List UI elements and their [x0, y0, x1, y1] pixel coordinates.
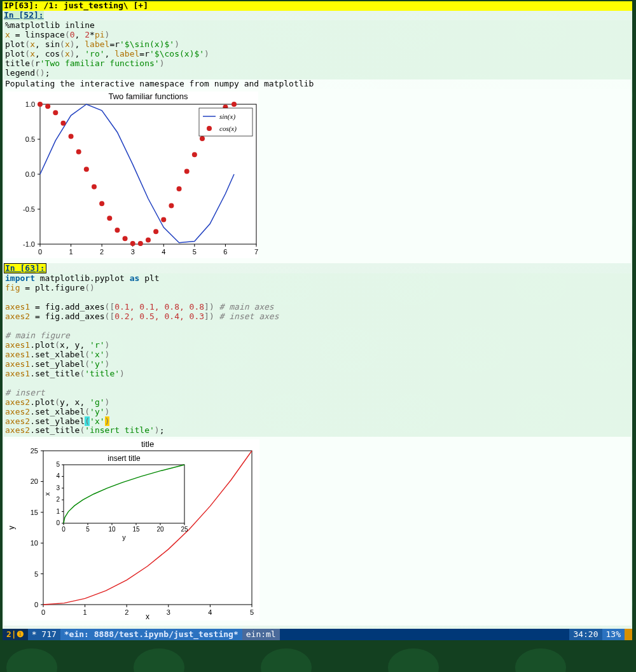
- title-text: IP[63]: /1: just_testing\ [+]: [4, 1, 148, 10]
- svg-text:0: 0: [56, 519, 60, 526]
- svg-point-37: [99, 201, 104, 206]
- svg-text:title: title: [141, 439, 154, 449]
- svg-text:0: 0: [62, 526, 66, 533]
- svg-text:4: 4: [162, 248, 165, 256]
- svg-point-29: [38, 102, 43, 107]
- svg-point-35: [84, 167, 89, 172]
- svg-text:sin(x): sin(x): [219, 113, 235, 121]
- svg-text:0: 0: [41, 608, 45, 616]
- svg-text:x: x: [146, 612, 149, 621]
- svg-point-47: [177, 186, 182, 191]
- svg-text:x: x: [43, 492, 51, 496]
- svg-text:2: 2: [56, 497, 60, 504]
- svg-point-43: [146, 237, 151, 242]
- svg-text:Two familiar functions: Two familiar functions: [109, 92, 188, 101]
- svg-point-42: [138, 240, 143, 245]
- svg-point-40: [123, 236, 128, 241]
- chart-two-familiar-functions: 01234567-1.0-0.50.00.51.0Two familiar fu…: [5, 92, 258, 258]
- svg-point-38: [107, 216, 112, 221]
- plot-52: 01234567-1.0-0.50.00.51.0Two familiar fu…: [4, 89, 631, 263]
- modeline-end: [625, 629, 632, 640]
- title-bar: IP[63]: /1: just_testing\ [+]: [3, 1, 632, 11]
- svg-text:15: 15: [31, 509, 38, 516]
- svg-point-30: [45, 104, 50, 109]
- svg-text:cos(x): cos(x): [219, 125, 237, 133]
- svg-point-49: [192, 152, 197, 157]
- svg-point-58: [207, 126, 212, 131]
- svg-text:5: 5: [34, 570, 38, 578]
- modified-star: * 717: [28, 629, 60, 640]
- svg-text:-0.5: -0.5: [23, 205, 35, 213]
- svg-text:6: 6: [223, 248, 227, 256]
- svg-text:1: 1: [83, 608, 87, 616]
- svg-text:1: 1: [56, 508, 60, 515]
- svg-text:1: 1: [69, 248, 73, 256]
- output-52: Populating the interactive namespace fro…: [4, 79, 631, 89]
- svg-point-31: [53, 110, 58, 115]
- svg-text:10: 10: [108, 526, 116, 533]
- plot-63: 0123450510152025titlexy0510152025012345i…: [4, 437, 631, 626]
- modeline: 2|❶ * 717 *ein: 8888/test.ipynb/just_tes…: [3, 629, 632, 640]
- svg-point-32: [60, 120, 66, 125]
- svg-text:5: 5: [250, 608, 254, 616]
- svg-point-39: [114, 228, 120, 233]
- svg-point-36: [92, 184, 97, 189]
- svg-text:0: 0: [34, 601, 38, 608]
- svg-text:5: 5: [56, 461, 60, 468]
- window-number: 2|❶: [3, 629, 28, 640]
- svg-text:0.5: 0.5: [25, 135, 35, 143]
- svg-point-45: [161, 217, 166, 222]
- prompt-63: In [63]:: [4, 263, 46, 274]
- svg-point-34: [76, 149, 81, 154]
- svg-text:3: 3: [131, 248, 135, 256]
- svg-text:4: 4: [208, 608, 212, 616]
- svg-point-48: [184, 168, 190, 174]
- svg-text:2: 2: [125, 608, 128, 616]
- svg-text:20: 20: [156, 526, 164, 533]
- svg-text:15: 15: [132, 526, 140, 533]
- svg-text:5: 5: [193, 248, 197, 256]
- svg-point-41: [130, 240, 135, 245]
- svg-rect-89: [64, 465, 184, 523]
- major-mode: ein:ml: [242, 629, 280, 640]
- svg-point-33: [69, 134, 74, 139]
- svg-point-46: [169, 203, 174, 208]
- svg-text:2: 2: [100, 248, 104, 256]
- svg-text:0: 0: [38, 248, 42, 256]
- svg-text:y: y: [7, 526, 16, 530]
- code-63[interactable]: import matplotlib.pyplot as plt fig = pl…: [4, 273, 631, 437]
- scroll-pct: 13%: [602, 629, 625, 640]
- editor-area[interactable]: In [52]: %matplotlib inline x = linspace…: [3, 11, 632, 640]
- svg-text:10: 10: [31, 540, 38, 547]
- svg-text:1.0: 1.0: [25, 100, 35, 108]
- svg-text:7: 7: [254, 248, 258, 256]
- svg-text:4: 4: [56, 473, 60, 480]
- svg-text:20: 20: [31, 478, 38, 486]
- svg-point-54: [232, 102, 237, 107]
- cell-52[interactable]: In [52]: %matplotlib inline x = linspace…: [3, 11, 632, 263]
- svg-text:0.0: 0.0: [25, 170, 35, 178]
- svg-text:3: 3: [167, 608, 170, 616]
- svg-point-44: [153, 229, 158, 234]
- svg-text:3: 3: [56, 484, 60, 491]
- svg-text:insert title: insert title: [107, 454, 141, 463]
- svg-text:25: 25: [181, 526, 188, 533]
- svg-text:-1.0: -1.0: [23, 240, 35, 248]
- svg-text:y: y: [122, 533, 126, 541]
- chart-inset: 0123450510152025titlexy0510152025012345i…: [5, 439, 259, 621]
- code-52[interactable]: %matplotlib inline x = linspace(0, 2*pi)…: [4, 20, 631, 79]
- prompt-52: In [52]:: [4, 11, 44, 20]
- cell-63[interactable]: In [63]: import matplotlib.pyplot as plt…: [3, 263, 632, 626]
- cursor-pos: 34:20: [569, 629, 602, 640]
- buffer-name: *ein: 8888/test.ipynb/just_testing*: [60, 629, 242, 640]
- svg-point-50: [200, 135, 205, 141]
- svg-text:5: 5: [86, 526, 90, 533]
- svg-text:25: 25: [31, 447, 38, 455]
